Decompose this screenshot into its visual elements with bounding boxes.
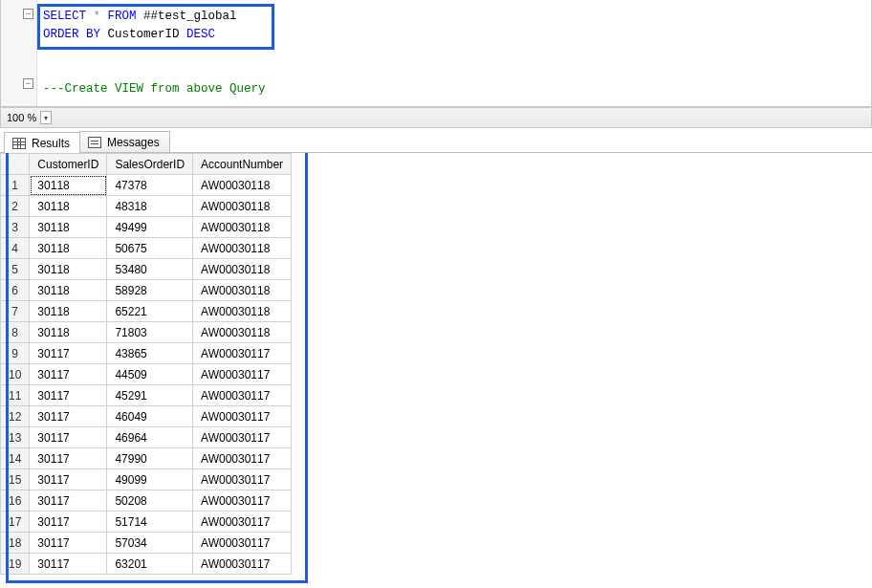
zoom-dropdown[interactable]: ▾ — [40, 111, 52, 124]
row-number[interactable]: 3 — [1, 217, 30, 238]
results-grid[interactable]: CustomerID SalesOrderID AccountNumber 13… — [0, 153, 292, 575]
row-number[interactable]: 4 — [1, 238, 30, 259]
cell-customerid[interactable]: 30118 — [30, 175, 107, 196]
row-number[interactable]: 5 — [1, 259, 30, 280]
cell-salesorderid[interactable]: 53480 — [107, 259, 193, 280]
cell-salesorderid[interactable]: 45291 — [107, 385, 193, 406]
table-row[interactable]: 43011850675AW00030118 — [1, 238, 292, 259]
cell-accountnumber[interactable]: AW00030117 — [193, 385, 292, 406]
table-row[interactable]: 23011848318AW00030118 — [1, 196, 292, 217]
cell-accountnumber[interactable]: AW00030117 — [193, 533, 292, 554]
cell-salesorderid[interactable]: 63201 — [107, 554, 193, 575]
cell-salesorderid[interactable]: 58928 — [107, 280, 193, 301]
table-row[interactable]: 93011743865AW00030117 — [1, 343, 292, 364]
code-area[interactable]: SELECT * FROM ##test_global ORDER BY Cus… — [37, 0, 871, 106]
cell-customerid[interactable]: 30117 — [30, 512, 107, 533]
results-pane[interactable]: CustomerID SalesOrderID AccountNumber 13… — [0, 153, 872, 588]
cell-customerid[interactable]: 30117 — [30, 490, 107, 512]
cell-salesorderid[interactable]: 47990 — [107, 448, 193, 469]
row-number[interactable]: 18 — [1, 533, 30, 554]
cell-customerid[interactable]: 30118 — [30, 301, 107, 322]
cell-salesorderid[interactable]: 44509 — [107, 364, 193, 385]
table-row[interactable]: 163011750208AW00030117 — [1, 490, 292, 512]
code-line[interactable]: ---Create VIEW from above Query — [43, 80, 871, 98]
cell-salesorderid[interactable]: 57034 — [107, 533, 193, 554]
row-number[interactable]: 14 — [1, 448, 30, 469]
row-number[interactable]: 6 — [1, 280, 30, 301]
cell-accountnumber[interactable]: AW00030117 — [193, 469, 292, 490]
cell-salesorderid[interactable]: 65221 — [107, 301, 193, 322]
table-row[interactable]: 83011871803AW00030118 — [1, 322, 292, 343]
cell-accountnumber[interactable]: AW00030118 — [193, 175, 292, 196]
row-number[interactable]: 19 — [1, 554, 30, 575]
cell-customerid[interactable]: 30117 — [30, 533, 107, 554]
cell-accountnumber[interactable]: AW00030117 — [193, 343, 292, 364]
cell-accountnumber[interactable]: AW00030117 — [193, 427, 292, 448]
cell-customerid[interactable]: 30117 — [30, 406, 107, 427]
row-number[interactable]: 11 — [1, 385, 30, 406]
cell-accountnumber[interactable]: AW00030118 — [193, 217, 292, 238]
cell-salesorderid[interactable]: 50675 — [107, 238, 193, 259]
cell-customerid[interactable]: 30117 — [30, 343, 107, 364]
cell-customerid[interactable]: 30117 — [30, 427, 107, 448]
cell-salesorderid[interactable]: 46964 — [107, 427, 193, 448]
cell-customerid[interactable]: 30117 — [30, 364, 107, 385]
table-row[interactable]: 193011763201AW00030117 — [1, 554, 292, 575]
table-row[interactable]: 133011746964AW00030117 — [1, 427, 292, 448]
table-row[interactable]: 33011849499AW00030118 — [1, 217, 292, 238]
row-number[interactable]: 9 — [1, 343, 30, 364]
cell-accountnumber[interactable]: AW00030118 — [193, 196, 292, 217]
fold-toggle-icon[interactable]: − — [23, 78, 33, 89]
table-row[interactable]: 183011757034AW00030117 — [1, 533, 292, 554]
cell-salesorderid[interactable]: 49499 — [107, 217, 193, 238]
cell-accountnumber[interactable]: AW00030117 — [193, 512, 292, 533]
table-row[interactable]: 123011746049AW00030117 — [1, 406, 292, 427]
blank-line[interactable] — [43, 44, 871, 80]
table-row[interactable]: 143011747990AW00030117 — [1, 448, 292, 469]
cell-accountnumber[interactable]: AW00030118 — [193, 322, 292, 343]
cell-customerid[interactable]: 30118 — [30, 217, 107, 238]
tab-messages[interactable]: Messages — [79, 131, 170, 152]
row-number[interactable]: 1 — [1, 175, 30, 196]
cell-customerid[interactable]: 30118 — [30, 280, 107, 301]
cell-accountnumber[interactable]: AW00030118 — [193, 301, 292, 322]
cell-customerid[interactable]: 30117 — [30, 554, 107, 575]
code-line[interactable]: ORDER BY CustomerID DESC — [43, 26, 871, 44]
cell-customerid[interactable]: 30118 — [30, 322, 107, 343]
col-header[interactable]: AccountNumber — [193, 154, 292, 175]
cell-accountnumber[interactable]: AW00030118 — [193, 280, 292, 301]
table-row[interactable]: 153011749099AW00030117 — [1, 469, 292, 490]
table-row[interactable]: 63011858928AW00030118 — [1, 280, 292, 301]
cell-customerid[interactable]: 30117 — [30, 448, 107, 469]
table-row[interactable]: 113011745291AW00030117 — [1, 385, 292, 406]
col-header[interactable]: SalesOrderID — [107, 154, 193, 175]
table-row[interactable]: 103011744509AW00030117 — [1, 364, 292, 385]
fold-toggle-icon[interactable]: − — [23, 9, 33, 19]
table-row[interactable]: 53011853480AW00030118 — [1, 259, 292, 280]
table-row[interactable]: 73011865221AW00030118 — [1, 301, 292, 322]
row-number[interactable]: 7 — [1, 301, 30, 322]
cell-salesorderid[interactable]: 50208 — [107, 490, 193, 512]
row-number[interactable]: 16 — [1, 490, 30, 512]
row-number[interactable]: 12 — [1, 406, 30, 427]
cell-accountnumber[interactable]: AW00030117 — [193, 554, 292, 575]
cell-customerid[interactable]: 30118 — [30, 259, 107, 280]
row-number[interactable]: 15 — [1, 469, 30, 490]
cell-salesorderid[interactable]: 51714 — [107, 512, 193, 533]
cell-customerid[interactable]: 30117 — [30, 385, 107, 406]
cell-accountnumber[interactable]: AW00030117 — [193, 490, 292, 512]
cell-accountnumber[interactable]: AW00030118 — [193, 259, 292, 280]
code-line[interactable]: SELECT * FROM ##test_global — [43, 8, 871, 26]
cell-salesorderid[interactable]: 46049 — [107, 406, 193, 427]
row-number[interactable]: 13 — [1, 427, 30, 448]
row-number[interactable]: 2 — [1, 196, 30, 217]
row-number[interactable]: 10 — [1, 364, 30, 385]
cell-accountnumber[interactable]: AW00030118 — [193, 238, 292, 259]
cell-salesorderid[interactable]: 47378 — [107, 175, 193, 196]
cell-accountnumber[interactable]: AW00030117 — [193, 406, 292, 427]
row-number[interactable]: 17 — [1, 512, 30, 533]
tab-results[interactable]: Results — [4, 132, 80, 153]
cell-customerid[interactable]: 30118 — [30, 238, 107, 259]
row-number[interactable]: 8 — [1, 322, 30, 343]
cell-customerid[interactable]: 30117 — [30, 469, 107, 490]
